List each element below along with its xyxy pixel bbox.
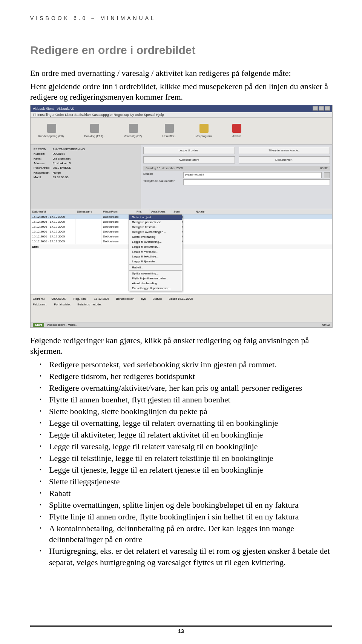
bullet-item: Redigere overnatting/aktivitet/vare, her… [49,382,332,393]
dokumenter-label: Tilknyttede dokumenter: [143,179,181,185]
bullet-item: Splitte overnattingen, splitte linjen og… [49,499,332,510]
toolbar: Kundeoppslag (F8).. Booking (F11).. Vare… [31,118,332,145]
customer-info-panel: PERSONANKOMMET/REGNING Kunden:D000164 Na… [31,145,141,209]
dokumenter-field[interactable] [183,179,330,185]
bullet-item: A kontoinnbetaling, delinnbetaling på en… [49,523,332,545]
ctx-legge-til-tjeneste[interactable]: Legge til tjeneste... [129,259,182,264]
avbestille-button[interactable]: Avbestille ordre [143,156,235,163]
embedded-screenshot: Visbook klient - Visbook AS Fil Innstill… [30,105,333,328]
taskbar-clock: 09:32 [322,323,330,327]
ctx-legge-til-aktiviteter[interactable]: Legge til aktiviteter... [129,244,182,249]
order-lines-grid: Dato fra/til Status/pers Plass/Rom Pris … [31,209,332,294]
ctx-legge-til-overnatting[interactable]: Legge til overnatting... [129,239,182,244]
menu-bar[interactable]: Fil Innstillinger Ordre Lister Statistik… [31,112,332,118]
after-text: Følgende redigeringer kan gjøres, klikk … [30,335,332,357]
window-title: Visbook klient - Visbook AS [33,107,74,111]
ctx-redigere-overnatting[interactable]: Redigere overnattingen... [129,230,182,234]
bullet-item: Flytte til annen boenhet, flytt gjesten … [49,394,332,405]
ctx-legge-til-varesalg[interactable]: Legge til varesalg... [129,249,182,254]
window-controls[interactable] [312,106,330,111]
ctx-legge-til-tekstlinje[interactable]: Legge til tekstlinje... [129,254,182,259]
tilknytte-kunde-button[interactable]: Tilknytte annen kunde.. [239,147,330,154]
current-date: Søndag 18. desember 2005 [146,166,183,170]
bullet-item: Rabatt [49,488,332,499]
bullet-item: Slette booking, slette bookinglinjen du … [49,406,332,417]
legge-til-ordre-button[interactable]: Legge til ordre.. [143,147,235,154]
intro-line-1: En ordre med overnatting / varesalg / ak… [30,68,332,79]
bullet-item: Redigere tidsrom, her redigeres botidspu… [49,371,332,382]
ctx-sette-inn-gjest[interactable]: Sette inn gjest [129,215,182,220]
order-actions-panel: Legge til ordre.. Tilknytte annen kunde.… [141,145,332,209]
ctx-akonto[interactable]: Akonto innbetaling [129,281,182,286]
ctx-redigere-persontekst[interactable]: Redigere persontekst [129,220,182,225]
order-footer-panel: Ordrenr.:000001067 Reg. dato:16.12.2005 … [31,294,332,322]
ctx-slette-overnatting[interactable]: Slette overnatting [129,234,182,239]
taskbar-app[interactable]: Visbook klient - Visbo.. [47,323,77,327]
toolbar-booking[interactable]: Booking (F11).. [84,124,105,138]
ctx-splitte-overnatting[interactable]: Splitte overnatting... [129,271,182,276]
bullet-item: Legge til overnatting, legge til relater… [49,418,332,428]
toolbar-laas[interactable]: Lås program.. [195,124,213,138]
bullet-list: Redigere persontekst, ved seriebooking s… [30,359,332,568]
page-footer: 13 [30,625,332,634]
bullet-item: Legge til varesalg, legge til relatert v… [49,441,332,452]
toolbar-kundeoppslag[interactable]: Kundeoppslag (F8).. [38,124,66,138]
bullet-item: Hurtigregning, eks. er det relatert et v… [49,545,332,567]
bullet-item: Flytte linje til annen ordre, flytte boo… [49,511,332,522]
dokumenter-button[interactable]: Dokumenter.. [239,156,330,163]
toolbar-utskrifter[interactable]: Utskrifter.. [163,124,176,138]
context-menu[interactable]: Sette inn gjest Redigere persontekst Red… [129,214,182,291]
ctx-flytte-linje[interactable]: Flytte linje til annen ordre... [129,276,182,281]
bruker-field[interactable]: sysadm/kun87 [183,172,322,178]
toolbar-avslutt[interactable]: Avslutt [232,124,241,138]
toolbar-varesalg[interactable]: Varesalg (F7).. [124,124,143,138]
calendar-icon[interactable] [324,172,330,178]
start-button[interactable]: Start [33,323,44,327]
taskbar: Start Visbook klient - Visbo.. 09:32 [31,322,332,327]
bullet-item: Legge til aktiviteter, legge til relater… [49,429,332,440]
window-titlebar: Visbook klient - Visbook AS [31,105,332,112]
ctx-endre-preferanser[interactable]: Endre/Legge til preferanser... [129,286,182,291]
bullet-item: Legge til tekstlinje, legge til en relat… [49,453,332,464]
page-header: VISBOOK 6.0 – MINIMANUAL [30,15,332,21]
bullet-item: Redigere persontekst, ved seriebooking s… [49,359,332,370]
bullet-item: Slette tilleggstjeneste [49,476,332,487]
ctx-rabatt[interactable]: Rabatt... [129,265,182,270]
current-time: 09:32 [320,166,328,170]
page-number: 13 [30,628,332,634]
section-title: Redigere en ordre i ordrebildet [30,44,332,57]
bruker-label: Bruker: [143,172,181,178]
intro-line-2: Hent gjeldende ordre inn i ordrebildet, … [30,81,332,103]
ctx-redigere-tidsrom[interactable]: Redigere tidsrom... [129,225,182,230]
grid-header: Dato fra/til Status/pers Plass/Rom Pris … [31,209,332,214]
bullet-item: Legge til tjeneste, legge til en relater… [49,464,332,475]
